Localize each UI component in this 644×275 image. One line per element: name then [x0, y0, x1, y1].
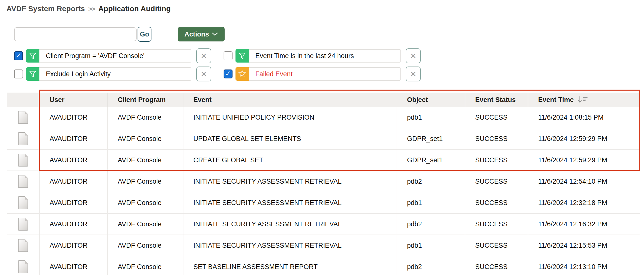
cell-event: INITIATE SECURITY ASSESSMENT RETRIEVAL: [183, 235, 396, 256]
header-cell-event[interactable]: Event: [183, 93, 396, 107]
check-icon: ✓: [16, 51, 21, 60]
cell-user: AVAUDITOR: [39, 150, 107, 170]
cell-event: SET BASELINE ASSESSMENT REPORT: [183, 256, 396, 275]
cell-event-time: 11/6/2024 12:59:29 PM: [528, 128, 640, 149]
toolbar: Go Actions: [14, 27, 224, 42]
cell-event-time: 11/6/2024 12:16:32 PM: [528, 214, 640, 234]
cell-event-time: 11/6/2024 12:54:10 PM: [528, 171, 640, 192]
cell-event-status: SUCCESS: [465, 214, 528, 234]
cell-client-program: AVDF Console: [107, 214, 183, 234]
filter-checkbox[interactable]: ✓: [14, 51, 23, 60]
filter-chip-exclude-login: ✓ Exclude Login Activity ✕: [14, 67, 224, 81]
cell-event-status: SUCCESS: [465, 107, 528, 128]
table-row: AVAUDITOR AVDF Console UPDATE GLOBAL SET…: [7, 128, 640, 150]
filter-icon: [26, 67, 40, 81]
breadcrumb: AVDF System Reports >> Application Audit…: [6, 5, 171, 13]
header-cell-icon: [7, 93, 39, 107]
go-button[interactable]: Go: [138, 27, 152, 42]
document-icon[interactable]: [18, 175, 28, 188]
close-icon[interactable]: ✕: [196, 48, 211, 63]
audit-events-table: User Client Program Event Object Event S…: [7, 93, 640, 275]
filter-checkbox[interactable]: ✓: [14, 70, 23, 78]
document-icon[interactable]: [18, 260, 28, 273]
table-row: AVAUDITOR AVDF Console SET BASELINE ASSE…: [7, 256, 640, 275]
filter-label[interactable]: Client Program = 'AVDF Console': [40, 49, 191, 63]
cell-event: CREATE GLOBAL SET: [183, 150, 396, 170]
cell-object: pdb1: [396, 107, 465, 128]
cell-object: pdb2: [396, 171, 465, 192]
header-cell-object[interactable]: Object: [396, 93, 465, 107]
filter-chip-event-time: ✓ Event Time is in the last 24 hours ✕: [224, 49, 421, 63]
document-icon[interactable]: [18, 132, 28, 145]
table-row: AVAUDITOR AVDF Console INITIATE UNIFIED …: [7, 107, 640, 128]
cell-client-program: AVDF Console: [107, 107, 183, 128]
close-icon[interactable]: ✕: [406, 67, 421, 81]
close-icon[interactable]: ✕: [196, 67, 211, 81]
cell-event-status: SUCCESS: [465, 150, 528, 170]
table-row: AVAUDITOR AVDF Console INITIATE SECURITY…: [7, 192, 640, 214]
cell-user: AVAUDITOR: [39, 256, 107, 275]
filter-label[interactable]: Failed Event: [249, 67, 400, 81]
filter-label[interactable]: Event Time is in the last 24 hours: [249, 49, 400, 63]
table-row: AVAUDITOR AVDF Console INITIATE SECURITY…: [7, 171, 640, 192]
table-row: AVAUDITOR AVDF Console INITIATE SECURITY…: [7, 235, 640, 256]
header-cell-event-time[interactable]: Event Time: [528, 93, 640, 107]
header-cell-event-status[interactable]: Event Status: [465, 93, 528, 107]
header-cell-event-time-label: Event Time: [538, 96, 574, 104]
table-row: AVAUDITOR AVDF Console INITIATE SECURITY…: [7, 214, 640, 235]
header-cell-client-program[interactable]: Client Program: [107, 93, 183, 107]
cell-event: INITIATE SECURITY ASSESSMENT RETRIEVAL: [183, 171, 396, 192]
filter-icon: [26, 49, 40, 63]
cell-event-status: SUCCESS: [465, 192, 528, 213]
table-row: AVAUDITOR AVDF Console CREATE GLOBAL SET…: [7, 150, 640, 171]
document-icon[interactable]: [18, 218, 28, 230]
document-icon[interactable]: [18, 239, 28, 252]
cell-object: pdb1: [396, 192, 465, 213]
filter-chip-area: ✓ Client Program = 'AVDF Console' ✕ ✓ Ev…: [14, 49, 421, 81]
cell-event-status: SUCCESS: [465, 235, 528, 256]
cell-client-program: AVDF Console: [107, 192, 183, 213]
page-title: Application Auditing: [98, 5, 171, 13]
cell-event: INITIATE SECURITY ASSESSMENT RETRIEVAL: [183, 214, 396, 234]
cell-object: pdb2: [396, 214, 465, 234]
cell-user: AVAUDITOR: [39, 235, 107, 256]
cell-event-time: 11/6/2024 12:32:18 PM: [528, 192, 640, 213]
search-input[interactable]: [14, 27, 136, 41]
header-cell-user[interactable]: User: [39, 93, 107, 107]
filter-chip-client-program: ✓ Client Program = 'AVDF Console' ✕: [14, 49, 224, 63]
filter-chip-failed-event: ✓ ☆ Failed Event ✕: [224, 67, 421, 81]
actions-button-label: Actions: [184, 31, 209, 38]
cell-client-program: AVDF Console: [107, 256, 183, 275]
cell-event-status: SUCCESS: [465, 256, 528, 275]
close-icon[interactable]: ✕: [406, 48, 421, 63]
star-icon: ☆: [236, 67, 249, 81]
cell-event: UPDATE GLOBAL SET ELEMENTS: [183, 128, 396, 149]
cell-event-time: 11/6/2024 12:59:29 PM: [528, 150, 640, 170]
document-icon[interactable]: [18, 154, 28, 167]
breadcrumb-separator: >>: [88, 5, 95, 13]
cell-event-time: 11/6/2024 12:15:53 PM: [528, 235, 640, 256]
cell-object: pdb1: [396, 235, 465, 256]
breadcrumb-parent-link[interactable]: AVDF System Reports: [6, 5, 85, 13]
cell-event-time: 11/6/2024 1:08:15 PM: [528, 107, 640, 128]
filter-checkbox[interactable]: ✓: [224, 51, 232, 60]
cell-event: INITIATE UNIFIED POLICY PROVISION: [183, 107, 396, 128]
filter-label[interactable]: Exclude Login Activity: [40, 67, 191, 81]
cell-user: AVAUDITOR: [39, 128, 107, 149]
cell-client-program: AVDF Console: [107, 128, 183, 149]
cell-event-status: SUCCESS: [465, 171, 528, 192]
document-icon[interactable]: [18, 196, 28, 209]
cell-event-status: SUCCESS: [465, 128, 528, 149]
cell-event: INITIATE SECURITY ASSESSMENT RETRIEVAL: [183, 192, 396, 213]
cell-client-program: AVDF Console: [107, 150, 183, 170]
filter-checkbox[interactable]: ✓: [224, 70, 232, 78]
sort-descending-icon[interactable]: [577, 96, 588, 104]
table-header-row: User Client Program Event Object Event S…: [7, 93, 640, 107]
document-icon[interactable]: [18, 111, 28, 124]
actions-button[interactable]: Actions: [178, 27, 224, 42]
cell-user: AVAUDITOR: [39, 214, 107, 234]
filter-icon: [236, 49, 249, 63]
cell-user: AVAUDITOR: [39, 107, 107, 128]
cell-object: GDPR_set1: [396, 128, 465, 149]
cell-event-time: 11/6/2024 12:13:10 PM: [528, 256, 640, 275]
